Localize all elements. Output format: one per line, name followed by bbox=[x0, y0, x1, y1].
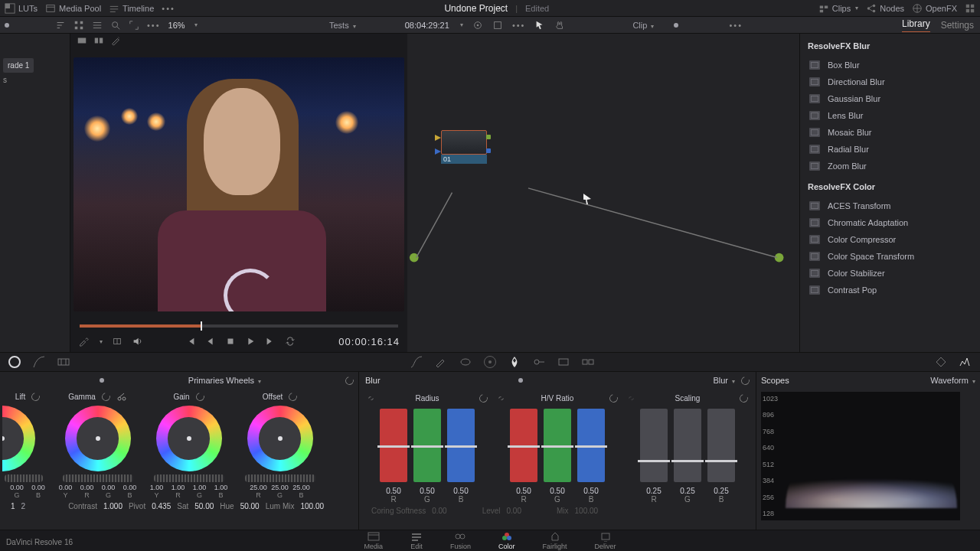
fx-item-chromatic-adaptation[interactable]: Chromatic Adaptation bbox=[800, 214, 980, 231]
prev-frame-icon[interactable] bbox=[205, 336, 216, 347]
window-icon[interactable] bbox=[459, 355, 472, 369]
zoom-level[interactable]: 16% bbox=[168, 21, 185, 30]
fullscreen-icon[interactable] bbox=[492, 20, 503, 31]
row2-b[interactable]: 2 bbox=[21, 502, 26, 510]
eyedropper-icon[interactable] bbox=[78, 336, 89, 347]
viewer-image[interactable] bbox=[74, 57, 404, 311]
curves-palette-icon[interactable] bbox=[32, 355, 46, 369]
page-fairlight[interactable]: Fairlight bbox=[543, 531, 567, 550]
play-icon[interactable] bbox=[245, 336, 256, 347]
radius-r-slider[interactable] bbox=[380, 409, 407, 482]
scrub-bar[interactable] bbox=[80, 324, 398, 328]
page-media[interactable]: Media bbox=[364, 531, 383, 550]
loop-icon[interactable] bbox=[285, 336, 296, 347]
fx-item-mosaic-blur[interactable]: Mosaic Blur bbox=[800, 124, 980, 141]
hv-g-slider[interactable] bbox=[544, 409, 571, 482]
radius-link-icon[interactable] bbox=[367, 394, 375, 403]
gamma-wheel[interactable] bbox=[65, 406, 131, 471]
grid-icon[interactable] bbox=[74, 20, 84, 31]
clips-btn[interactable]: Clips▾ bbox=[818, 3, 858, 14]
node-graph[interactable]: 01 bbox=[407, 34, 799, 352]
lift-reset-icon[interactable] bbox=[30, 390, 41, 402]
fx-item-box-blur[interactable]: Box Blur bbox=[800, 57, 980, 73]
sat-value[interactable]: 50.00 bbox=[194, 502, 214, 510]
list-icon[interactable] bbox=[92, 20, 103, 31]
more-icon[interactable]: ••• bbox=[162, 4, 175, 13]
openfx-btn[interactable]: OpenFX bbox=[912, 3, 957, 14]
fx-item-contrast-pop[interactable]: Contrast Pop bbox=[800, 282, 980, 298]
fx-item-color-space-transform[interactable]: Color Space Transform bbox=[800, 248, 980, 265]
viewer-mode1-icon[interactable] bbox=[77, 35, 87, 46]
page-color[interactable]: Color bbox=[498, 531, 515, 550]
more-dots-3-icon[interactable]: ••• bbox=[729, 21, 743, 30]
offset-jog[interactable] bbox=[245, 474, 315, 482]
gamma-balance-icon[interactable] bbox=[116, 391, 127, 402]
viewer-mode2-icon[interactable] bbox=[93, 35, 104, 46]
hand-tool-icon[interactable] bbox=[554, 20, 565, 31]
speaker-icon[interactable] bbox=[132, 336, 142, 347]
qualifier-icon[interactable] bbox=[434, 355, 448, 369]
more-dots-2-icon[interactable]: ••• bbox=[512, 21, 526, 30]
offset-wheel[interactable] bbox=[247, 406, 313, 471]
fx-item-color-stabilizer[interactable]: Color Stabilizer bbox=[800, 265, 980, 282]
pointer-tool-icon[interactable] bbox=[534, 20, 545, 31]
tracking-icon[interactable] bbox=[483, 355, 497, 369]
radius-g-slider[interactable] bbox=[413, 409, 441, 482]
hv-r-slider[interactable] bbox=[510, 409, 537, 482]
gamma-reset-icon[interactable] bbox=[100, 390, 112, 402]
warper-palette-icon[interactable] bbox=[57, 355, 70, 369]
clip-dropdown[interactable]: Clip ▾ bbox=[632, 21, 654, 30]
mediapool-btn[interactable]: Media Pool bbox=[45, 3, 101, 14]
keyframe-icon[interactable] bbox=[934, 355, 948, 369]
fx-item-gaussian-blur[interactable]: Gaussian Blur bbox=[800, 90, 980, 107]
more-dots-icon[interactable]: ••• bbox=[147, 21, 161, 30]
stereo-icon[interactable] bbox=[581, 355, 595, 369]
lift-jog[interactable] bbox=[5, 474, 43, 482]
primaries-title[interactable]: Primaries Wheels ▾ bbox=[188, 376, 261, 385]
split-icon[interactable] bbox=[112, 336, 122, 347]
fx-item-aces-transform[interactable]: ACES Transform bbox=[800, 197, 980, 214]
scaling-link-icon[interactable] bbox=[627, 394, 635, 403]
search-icon[interactable] bbox=[110, 20, 121, 31]
fx-item-zoom-blur[interactable]: Zoom Blur bbox=[800, 158, 980, 174]
expand-icon[interactable] bbox=[129, 20, 139, 31]
waveform-scope[interactable]: 1023896768640512384256128 bbox=[761, 392, 960, 520]
hue-value[interactable]: 50.00 bbox=[240, 502, 260, 510]
row2-a[interactable]: 1 bbox=[11, 502, 15, 510]
nodes-btn[interactable]: Nodes bbox=[866, 3, 904, 14]
first-frame-icon[interactable] bbox=[185, 336, 196, 347]
stop-icon[interactable] bbox=[225, 336, 236, 347]
viewer-wand-icon[interactable] bbox=[110, 35, 121, 46]
primaries-reset-icon[interactable] bbox=[344, 374, 355, 386]
scaling-b-slider[interactable] bbox=[707, 409, 735, 482]
radius-b-slider[interactable] bbox=[447, 409, 475, 482]
lum-value[interactable]: 100.00 bbox=[300, 502, 324, 510]
lift-wheel[interactable] bbox=[0, 406, 35, 471]
tab-settings[interactable]: Settings bbox=[941, 20, 974, 31]
page-deliver[interactable]: Deliver bbox=[595, 531, 616, 550]
node-01[interactable]: 01 bbox=[441, 130, 487, 165]
page-fusion[interactable]: Fusion bbox=[450, 531, 471, 550]
panel-grid-icon[interactable] bbox=[965, 3, 975, 14]
grade-still[interactable]: rade 1 bbox=[3, 58, 34, 73]
scaling-r-slider[interactable] bbox=[640, 409, 668, 482]
fx-item-directional-blur[interactable]: Directional Blur bbox=[800, 73, 980, 90]
scopes-icon[interactable] bbox=[959, 355, 972, 369]
target-icon[interactable] bbox=[472, 20, 483, 31]
fx-item-lens-blur[interactable]: Lens Blur bbox=[800, 107, 980, 124]
hv-link-icon[interactable] bbox=[497, 394, 505, 403]
timeline-btn[interactable]: Timeline bbox=[109, 3, 154, 14]
sort-icon[interactable] bbox=[55, 20, 66, 31]
gamma-jog[interactable] bbox=[63, 474, 133, 482]
gain-reset-icon[interactable] bbox=[194, 390, 206, 402]
key-icon[interactable] bbox=[532, 355, 546, 369]
gain-jog[interactable] bbox=[154, 474, 224, 482]
last-frame-icon[interactable] bbox=[265, 336, 276, 347]
page-edit[interactable]: Edit bbox=[410, 531, 423, 550]
fx-item-radial-blur[interactable]: Radial Blur bbox=[800, 141, 980, 158]
scaling-g-slider[interactable] bbox=[674, 409, 701, 482]
wheels-palette-icon[interactable] bbox=[8, 355, 21, 369]
sizing-icon[interactable] bbox=[557, 355, 570, 369]
tests-dropdown[interactable]: Tests ▾ bbox=[329, 21, 356, 30]
tab-library[interactable]: Library bbox=[902, 18, 930, 32]
